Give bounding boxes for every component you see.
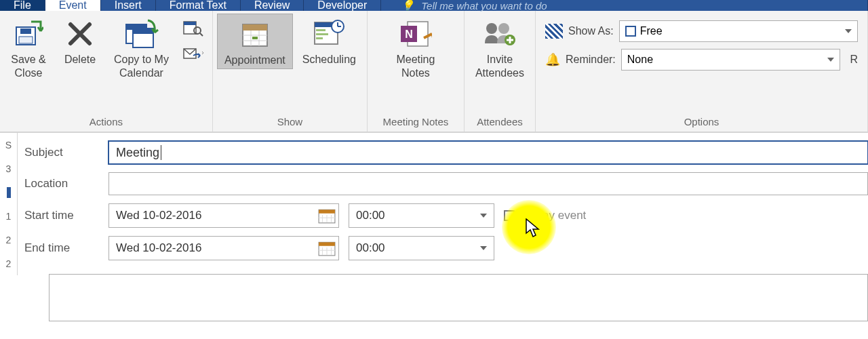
forward-button[interactable] (181, 43, 205, 65)
invite-label2: Attendees (475, 66, 524, 80)
group-show-label: Show (217, 113, 363, 132)
busy-pattern-icon (545, 24, 563, 39)
show-as-dropdown[interactable]: Free (619, 20, 858, 42)
event-form: Subject Meeting Location Start time Wed … (0, 133, 868, 330)
tab-insert[interactable]: Insert (101, 0, 156, 11)
end-date-value: Wed 10-02-2016 (116, 241, 201, 255)
group-actions-label: Actions (4, 113, 208, 132)
scheduling-button[interactable]: Scheduling (296, 14, 363, 68)
end-date-input[interactable]: Wed 10-02-2016 (108, 236, 339, 260)
calendar-icon (318, 207, 336, 224)
tab-file[interactable]: File (0, 0, 45, 11)
svg-rect-18 (252, 37, 258, 39)
copy-label1: Copy to My (114, 53, 169, 66)
meeting-notes-button[interactable]: N Meeting Notes (372, 14, 460, 81)
invite-label1: Invite (487, 53, 513, 66)
notes-label1: Meeting (396, 53, 435, 66)
tab-event-label: Event (59, 0, 87, 12)
tab-review-label: Review (254, 0, 290, 12)
svg-text:N: N (405, 28, 413, 40)
svg-point-31 (498, 23, 509, 34)
copy-calendar-icon (123, 18, 159, 50)
subject-value: Meeting (116, 146, 159, 160)
scheduling-label: Scheduling (302, 53, 356, 66)
save-close-button[interactable]: Save & Close (4, 14, 53, 81)
copy-calendar-button[interactable]: Copy to My Calendar (107, 14, 176, 81)
start-date-input[interactable]: Wed 10-02-2016 (108, 203, 339, 228)
forward-icon (182, 46, 204, 62)
appointment-icon (240, 18, 270, 51)
onenote-icon: N (399, 18, 432, 50)
all-day-label: All day event (520, 209, 586, 222)
attendees-icon (482, 18, 517, 50)
reminder-value: None (627, 54, 653, 66)
end-time-input[interactable]: 00:00 (349, 236, 494, 260)
tab-format-text[interactable]: Format Text (156, 0, 241, 11)
subject-label: Subject (24, 146, 99, 159)
group-options: Show As: Free 🔔 Reminder: None R (536, 11, 868, 132)
reminder-row: 🔔 Reminder: None R (545, 49, 858, 71)
invite-attendees-button[interactable]: Invite Attendees (469, 14, 531, 81)
group-options-label: Options (540, 113, 863, 132)
calendar-magnify-icon (183, 20, 203, 37)
svg-rect-6 (133, 28, 153, 34)
location-row: Location (24, 172, 868, 195)
appointment-button[interactable]: Appointment (217, 14, 293, 69)
save-close-label1: Save & (11, 53, 46, 66)
start-time-row: Start time Wed 10-02-2016 00:00 All day … (24, 203, 868, 228)
location-label: Location (24, 177, 99, 191)
text-cursor (161, 145, 161, 160)
svg-rect-2 (19, 37, 33, 43)
end-time-value: 00:00 (356, 241, 385, 255)
end-time-row: End time Wed 10-02-2016 00:00 (24, 236, 868, 260)
save-close-label2: Close (15, 66, 43, 80)
calendar-icon (318, 240, 336, 256)
tab-developer[interactable]: Developer (304, 0, 381, 11)
end-label: End time (24, 241, 99, 255)
notes-label2: Notes (401, 66, 430, 80)
subject-row: Subject Meeting (24, 141, 868, 164)
start-time-value: 00:00 (356, 209, 385, 222)
reminder-dropdown[interactable]: None (621, 49, 841, 71)
group-attendees-label: Attendees (469, 113, 531, 132)
group-actions: Save & Close Delete Copy to My Calendar (0, 11, 213, 132)
svg-rect-36 (319, 210, 335, 213)
group-show: Appointment Scheduling Show (213, 11, 368, 132)
subject-input[interactable]: Meeting (108, 141, 868, 164)
checkbox-icon (504, 210, 515, 221)
location-input[interactable] (108, 172, 868, 195)
chevron-down-icon (827, 58, 834, 62)
body-textarea[interactable] (49, 274, 868, 321)
delete-label: Delete (64, 53, 96, 66)
delete-button[interactable]: Delete (56, 14, 104, 68)
tab-event[interactable]: Event (45, 0, 101, 11)
svg-rect-42 (319, 242, 335, 245)
start-time-input[interactable]: 00:00 (349, 203, 494, 228)
tab-insert-label: Insert (115, 0, 142, 12)
save-close-icon (14, 18, 43, 50)
ribbon: Save & Close Delete Copy to My Calendar (0, 11, 868, 133)
calendar-lookup-button[interactable] (181, 18, 205, 39)
group-notes-label: Meeting Notes (372, 113, 460, 132)
chevron-down-icon (480, 246, 487, 250)
tab-file-label: File (14, 0, 31, 12)
tab-format-text-label: Format Text (170, 0, 226, 12)
tell-me-label: Tell me what you want to do (421, 0, 547, 12)
svg-point-30 (486, 23, 497, 34)
svg-rect-23 (316, 37, 323, 39)
svg-line-10 (200, 33, 203, 36)
tab-review[interactable]: Review (241, 0, 304, 11)
svg-rect-8 (184, 22, 196, 25)
all-day-checkbox[interactable]: All day event (504, 209, 586, 222)
start-label: Start time (24, 209, 99, 222)
tell-me-prompt[interactable]: 💡Tell me what you want to do (381, 0, 868, 11)
svg-rect-1 (20, 28, 31, 34)
svg-rect-21 (316, 29, 326, 31)
scheduling-icon (313, 18, 344, 50)
show-as-row: Show As: Free (545, 20, 858, 42)
bell-icon: 🔔 (545, 52, 560, 67)
delete-icon (66, 18, 94, 50)
chevron-down-icon (845, 29, 852, 33)
lightbulb-icon: 💡 (401, 0, 414, 12)
options-more: R (850, 54, 858, 66)
